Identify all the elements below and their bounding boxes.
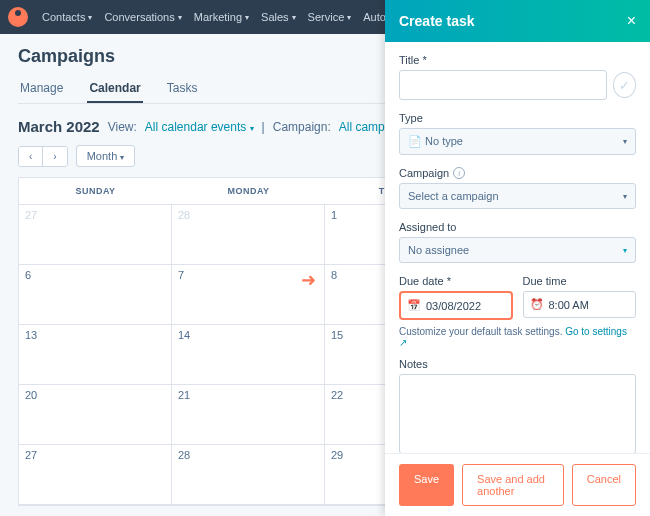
calendar-cell[interactable]: 14 <box>172 325 325 385</box>
pointer-arrow-icon: ➜ <box>301 269 316 291</box>
drawer-header: Create task × <box>385 0 650 42</box>
calendar-cell[interactable]: 27 <box>19 445 172 505</box>
calendar-cell[interactable]: 21 <box>172 385 325 445</box>
title-field-label: Title * <box>399 54 636 66</box>
view-filter[interactable]: All calendar events ▾ <box>145 120 254 134</box>
nav-service[interactable]: Service ▾ <box>302 7 358 27</box>
create-task-drawer: Create task × Title * ✓ Type 📄 No type▾ … <box>385 0 650 516</box>
calendar-cell[interactable]: 13 <box>19 325 172 385</box>
month-label: March 2022 <box>18 118 100 135</box>
cancel-button[interactable]: Cancel <box>572 464 636 506</box>
assigned-field-label: Assigned to <box>399 221 636 233</box>
notes-label: Notes <box>399 358 636 370</box>
calendar-cell[interactable]: 28 <box>172 445 325 505</box>
prev-month-button[interactable]: ‹ <box>19 147 43 166</box>
calendar-icon: 📅 <box>407 299 421 312</box>
due-time-label: Due time <box>523 275 637 287</box>
tab-calendar[interactable]: Calendar <box>87 75 142 103</box>
campaign-field-label: Campaign i <box>399 167 636 179</box>
due-date-input[interactable]: 📅03/08/2022 <box>399 291 513 320</box>
month-nav: ‹ › <box>18 146 68 167</box>
hubspot-logo-icon[interactable] <box>8 7 28 27</box>
nav-contacts[interactable]: Contacts ▾ <box>36 7 98 27</box>
due-time-input[interactable]: ⏰8:00 AM <box>523 291 637 318</box>
close-icon[interactable]: × <box>627 12 636 30</box>
drawer-footer: Save Save and add another Cancel <box>385 453 650 516</box>
calendar-cell[interactable]: 6 <box>19 265 172 325</box>
due-date-label: Due date * <box>399 275 513 287</box>
save-add-another-button[interactable]: Save and add another <box>462 464 564 506</box>
assigned-select[interactable]: No assignee▾ <box>399 237 636 263</box>
view-label: View: <box>108 120 137 134</box>
settings-help: Customize your default task settings. Go… <box>399 326 636 348</box>
notes-textarea[interactable] <box>399 374 636 453</box>
check-icon[interactable]: ✓ <box>613 72 636 98</box>
calendar-cell[interactable]: 20 <box>19 385 172 445</box>
tab-tasks[interactable]: Tasks <box>165 75 200 103</box>
tab-manage[interactable]: Manage <box>18 75 65 103</box>
nav-marketing[interactable]: Marketing ▾ <box>188 7 255 27</box>
campaign-select[interactable]: Select a campaign▾ <box>399 183 636 209</box>
info-icon[interactable]: i <box>453 167 465 179</box>
drawer-title: Create task <box>399 13 475 29</box>
title-input[interactable] <box>399 70 607 100</box>
campaign-label: Campaign: <box>273 120 331 134</box>
next-month-button[interactable]: › <box>43 147 66 166</box>
type-select[interactable]: 📄 No type▾ <box>399 128 636 155</box>
calendar-cell[interactable]: 27 <box>19 205 172 265</box>
nav-conversations[interactable]: Conversations ▾ <box>98 7 187 27</box>
day-header: SUNDAY <box>19 178 172 205</box>
save-button[interactable]: Save <box>399 464 454 506</box>
nav-sales[interactable]: Sales ▾ <box>255 7 302 27</box>
type-field-label: Type <box>399 112 636 124</box>
calendar-cell[interactable]: 28 <box>172 205 325 265</box>
clock-icon: ⏰ <box>530 298 544 311</box>
view-mode-button[interactable]: Month ▾ <box>76 145 136 167</box>
day-header: MONDAY <box>172 178 325 205</box>
